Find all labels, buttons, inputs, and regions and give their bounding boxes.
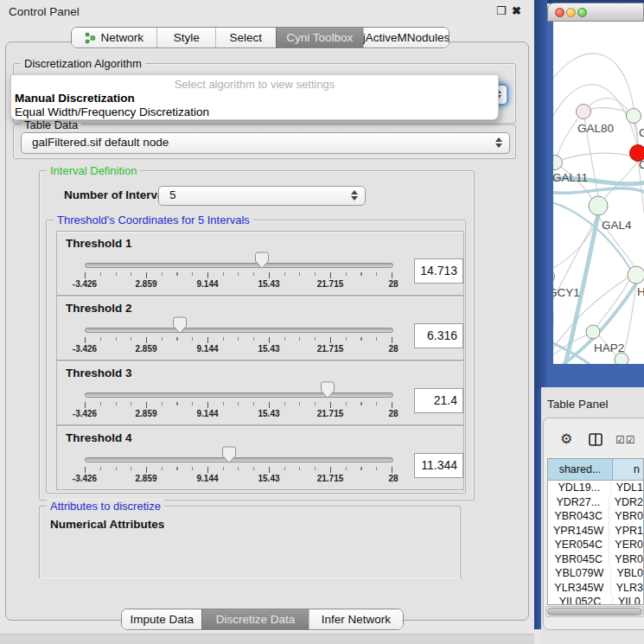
cell[interactable]: YPR145W [548,524,609,539]
threshold-3-slider-track[interactable] [85,392,393,398]
threshold-4-slider-track[interactable] [85,457,393,462]
network-window-titlebar[interactable] [547,3,644,22]
tick-label: 21.715 [317,279,344,289]
table-horizontal-scrollbar[interactable] [545,606,644,617]
cell[interactable]: YIL0 [613,595,643,605]
node-label: HAP2 [594,341,624,354]
network-canvas[interactable]: GAL80 G C GAL11 GAL4 GCY1 H HAP2 [553,22,644,364]
network-view-window: GAL80 G C GAL11 GAL4 GCY1 H HAP2 [547,3,644,387]
table-row[interactable]: YBR045CYBR0 [548,552,643,567]
cell[interactable]: YBL079W [548,566,611,581]
group-title: Table Data [21,118,81,131]
cell[interactable]: YDR27... [548,495,609,510]
cell[interactable]: YER0 [609,538,643,552]
threshold-4-value-input[interactable]: 11.344 [414,453,463,478]
column-header-name[interactable]: n [613,459,643,480]
minimize-traffic-light-icon[interactable] [566,8,576,17]
tab-jactivemnodules[interactable]: jActiveMNodules [363,28,449,48]
table-row[interactable]: YDL19...YDL1 [548,481,643,495]
threshold-1-value-input[interactable]: 14.713 [414,258,463,284]
columns-icon[interactable] [589,433,603,446]
group-title: Attributes to discretize [47,500,164,513]
tab-infer-network[interactable]: Infer Network [309,609,403,629]
threshold-1-slider-track[interactable] [85,263,393,268]
column-header-shared-name[interactable]: shared... [548,459,613,480]
node-h[interactable] [628,266,644,284]
threshold-3-value-input[interactable]: 21.4 [414,388,463,413]
tab-cyni-toolbox[interactable]: Cyni Toolbox [276,28,363,48]
top-tab-bar: Network Style Select Cyni Toolbox jActiv… [71,27,450,48]
dropdown-option-manual-discretization[interactable]: Manual Discretization [15,92,135,105]
threshold-2-slider-track[interactable] [85,328,393,333]
node-gal80[interactable] [577,105,591,119]
node-gcy1[interactable] [553,270,555,284]
scrollbar-thumb[interactable] [547,608,642,615]
threshold-3-panel: Threshold 3 -3.426 2.859 9.144 15.43 21.… [56,360,464,425]
close-traffic-light-icon[interactable] [555,8,564,17]
node-gal4[interactable] [589,196,608,215]
cell[interactable]: YDL1 [611,481,643,495]
node-top-right[interactable] [627,109,641,124]
threshold-3-slider-handle[interactable] [320,381,335,399]
tick-label: 28 [388,279,398,289]
tab-discretize-data[interactable]: Discretize Data [201,609,308,629]
threshold-2-slider-handle[interactable] [172,316,188,335]
dropdown-option-equal-width-frequency[interactable]: Equal Width/Frequency Discretization [15,105,209,118]
tick-label: 15.43 [258,344,279,354]
tick-label: 2.859 [135,279,156,289]
table-data-group: Table Data galFiltered.sif default node [13,124,516,159]
threshold-1-slider-handle[interactable] [254,252,270,270]
table-row[interactable]: YBL079WYBL0 [548,566,643,581]
table-data-select[interactable]: galFiltered.sif default node [21,132,510,154]
select-all-checkbox-icons[interactable]: ☑☑ [615,434,636,446]
tab-style[interactable]: Style [156,28,215,48]
cell[interactable]: YLR3 [611,581,643,596]
cell[interactable]: YDL19... [548,481,611,495]
float-window-icon[interactable]: ❒ [496,4,507,17]
tab-network[interactable]: Network [72,28,156,48]
node-gal11[interactable] [553,156,563,170]
threshold-2-value-input[interactable]: 6.316 [414,323,463,348]
number-of-intervals-select[interactable]: 5 [158,186,366,206]
table-row[interactable]: YER054CYER0 [548,538,643,552]
table-row[interactable]: YLR345WYLR3 [548,581,643,596]
cell[interactable]: YIL052C [548,595,613,605]
network-nodes[interactable] [553,105,644,365]
threshold-1-panel: Threshold 1 -3.426 2.859 9.144 15.43 21.… [56,231,464,296]
tab-label: Discretize Data [216,613,296,626]
table-row[interactable]: YDR27...YDR2 [548,495,643,510]
zoom-traffic-light-icon[interactable] [577,8,587,17]
close-icon[interactable]: ✖ [512,4,521,17]
dropdown-prompt-item[interactable]: Select algorithm to view settings [11,78,498,91]
table-row[interactable]: YPR145WYPR1 [548,524,643,539]
tick-label: 15.43 [258,279,279,289]
cell[interactable]: YLR345W [548,581,611,596]
tick-label: 2.859 [135,344,156,354]
network-graph: GAL80 G C GAL11 GAL4 GCY1 H HAP2 [553,22,644,364]
cell[interactable]: YDR2 [609,495,643,510]
tick-label: 9.144 [196,344,218,354]
cell[interactable]: YBR045C [548,552,609,567]
cell[interactable]: YBR0 [609,552,643,567]
tick-label: 28 [388,474,398,483]
tab-select[interactable]: Select [215,28,276,48]
table-row[interactable]: YIL052CYIL0 [548,595,643,605]
tick-label: 15.43 [258,474,279,483]
cell[interactable]: YBR043C [548,509,609,524]
cell[interactable]: YBL0 [611,566,643,581]
cell[interactable]: YBR0 [609,509,643,524]
threshold-4-slider-handle[interactable] [221,446,237,464]
numerical-attributes-label: Numerical Attributes [50,518,164,531]
tab-impute-data[interactable]: Impute Data [122,609,201,629]
tab-label: Network [100,31,143,44]
node-label: GAL80 [577,122,614,135]
gear-icon[interactable]: ⚙ [560,430,572,447]
slider-ticks-major [85,337,393,343]
tick-label: -3.426 [73,279,97,289]
table-row[interactable]: YBR043CYBR0 [548,509,643,524]
cell[interactable]: YPR1 [609,524,643,539]
window-title: Control Panel [9,5,80,18]
node-hap2[interactable] [586,325,600,339]
tick-label: 15.43 [258,409,279,418]
cell[interactable]: YER054C [548,538,609,552]
